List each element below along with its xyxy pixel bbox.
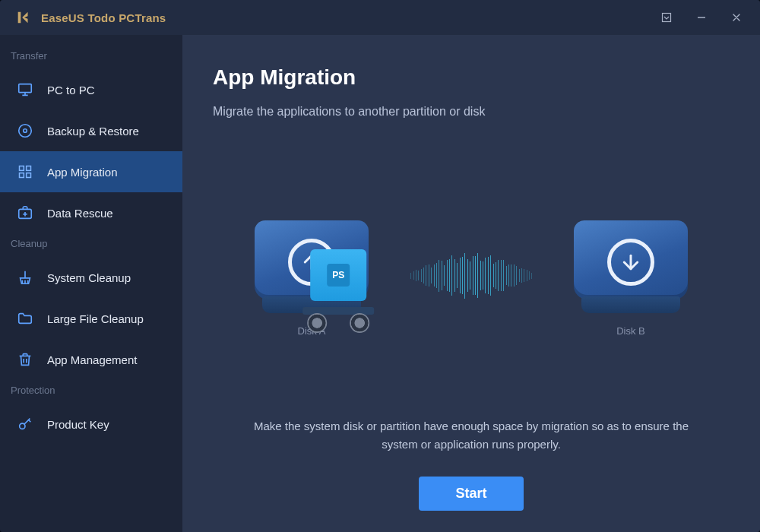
window-close-button[interactable] (719, 0, 754, 35)
folder-icon (17, 310, 33, 327)
sidebar-item-label: System Cleanup (47, 271, 131, 284)
source-disk-column: PS Disk A (213, 214, 410, 337)
logo-icon (15, 9, 32, 26)
svg-point-18 (20, 423, 25, 429)
target-disk-label: Disk B (616, 325, 645, 337)
window-dropdown-button[interactable] (649, 0, 684, 35)
trash-icon (17, 351, 33, 368)
sidebar-item-data-rescue[interactable]: Data Rescue (0, 192, 182, 233)
monitor-icon (17, 81, 33, 98)
sidebar-item-app-management[interactable]: App Management (0, 339, 182, 380)
sidebar-item-label: PC to PC (47, 84, 95, 97)
sidebar-item-label: Large File Cleanup (47, 312, 144, 325)
svg-point-5 (19, 125, 32, 138)
target-drive-graphic (574, 214, 688, 313)
svg-rect-0 (663, 14, 671, 22)
svg-rect-10 (27, 173, 31, 178)
svg-rect-8 (27, 166, 31, 171)
svg-point-6 (24, 129, 27, 133)
app-box-label: PS (327, 264, 350, 287)
sidebar-item-label: Data Rescue (47, 207, 113, 220)
sidebar-item-large-file-cleanup[interactable]: Large File Cleanup (0, 298, 182, 339)
app-box: PS (310, 249, 366, 301)
sidebar-item-label: App Management (47, 353, 137, 366)
transfer-wave-graphic (410, 230, 532, 321)
broom-icon (17, 269, 33, 286)
download-arrow-icon (607, 239, 654, 286)
sidebar-item-label: Product Key (47, 418, 109, 431)
target-disk-column: Disk B (532, 214, 730, 337)
sidebar: Transfer PC to PC Backup & Restore App M… (0, 35, 182, 532)
sidebar-item-product-key[interactable]: Product Key (0, 404, 182, 445)
window-minimize-button[interactable] (684, 0, 719, 35)
title-bar: EaseUS Todo PCTrans (0, 0, 760, 35)
start-button[interactable]: Start (419, 477, 523, 511)
sidebar-item-backup-restore[interactable]: Backup & Restore (0, 110, 182, 151)
sidebar-section-transfer: Transfer (0, 46, 182, 69)
disc-icon (17, 122, 33, 139)
grid-icon (17, 163, 33, 180)
medkit-icon (17, 204, 33, 221)
page-title: App Migration (213, 65, 730, 90)
svg-rect-2 (19, 84, 32, 93)
migration-illustration: PS Disk A (213, 134, 730, 417)
key-icon (17, 416, 33, 432)
app-logo: EaseUS Todo PCTrans (15, 9, 166, 26)
source-drive-graphic: PS (255, 214, 369, 313)
sidebar-item-app-migration[interactable]: App Migration (0, 151, 182, 192)
sidebar-item-pc-to-pc[interactable]: PC to PC (0, 69, 182, 110)
sidebar-item-label: App Migration (47, 166, 118, 179)
sidebar-section-protection: Protection (0, 380, 182, 404)
svg-rect-7 (20, 166, 24, 171)
sidebar-item-label: Backup & Restore (47, 125, 139, 138)
svg-rect-9 (20, 173, 24, 178)
sidebar-section-cleanup: Cleanup (0, 233, 182, 257)
app-window: EaseUS Todo PCTrans Transfer PC to PC (0, 0, 760, 532)
app-title: EaseUS Todo PCTrans (41, 11, 166, 24)
cart-graphic: PS (296, 249, 380, 333)
main-panel: App Migration Migrate the applications t… (182, 35, 760, 532)
page-subtitle: Migrate the applications to another part… (213, 105, 730, 119)
page-description: Make the system disk or partition have e… (213, 417, 730, 454)
sidebar-item-system-cleanup[interactable]: System Cleanup (0, 257, 182, 298)
